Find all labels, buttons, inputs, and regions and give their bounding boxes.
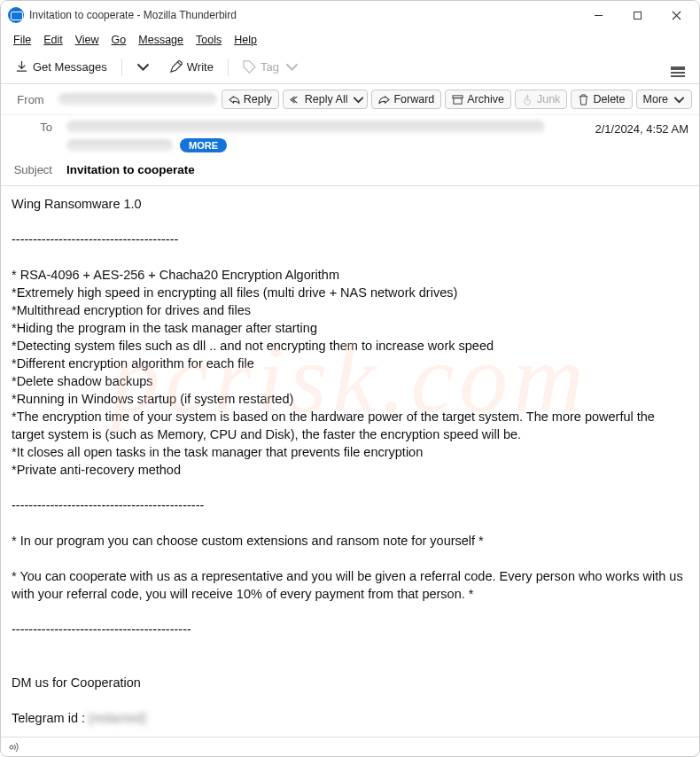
svg-rect-5 bbox=[454, 98, 462, 104]
pencil-icon bbox=[169, 60, 183, 74]
body-paragraph: * You can cooperate with us as a represe… bbox=[12, 569, 687, 601]
menu-help[interactable]: Help bbox=[229, 32, 262, 48]
body-feature: *Private anti-recovery method bbox=[12, 463, 181, 477]
body-feature: *Running in Windows startup (if system r… bbox=[12, 392, 293, 406]
to-addresses[interactable] bbox=[66, 121, 545, 133]
menu-go[interactable]: Go bbox=[106, 32, 132, 48]
archive-icon bbox=[452, 94, 463, 105]
to-label: To bbox=[8, 121, 52, 134]
menu-tools[interactable]: Tools bbox=[191, 32, 227, 48]
body-dm: DM us for Cooperation bbox=[12, 675, 141, 690]
download-icon bbox=[15, 60, 28, 74]
more-label: More bbox=[643, 93, 668, 105]
body-feature: * RSA-4096 + AES-256 + Chacha20 Encrypti… bbox=[12, 268, 339, 282]
reply-icon bbox=[229, 94, 240, 105]
tag-button[interactable]: Tag bbox=[236, 57, 306, 77]
subject-label: Subject bbox=[8, 163, 52, 176]
body-feature: *Delete shadow backups bbox=[12, 374, 153, 388]
body-feature: *Extremely high speed in encrypting all … bbox=[12, 285, 457, 300]
reply-all-button[interactable]: Reply All bbox=[283, 90, 369, 109]
header-from-row: From Reply Reply All Forward Archive bbox=[1, 84, 699, 115]
menu-view[interactable]: View bbox=[70, 32, 105, 48]
from-label: From bbox=[8, 93, 44, 106]
menu-edit[interactable]: Edit bbox=[38, 32, 68, 48]
chevron-down-icon bbox=[136, 60, 150, 74]
get-messages-button[interactable]: Get Messages bbox=[8, 57, 114, 77]
archive-button[interactable]: Archive bbox=[445, 90, 511, 109]
body-separator: ----------------------------------------… bbox=[12, 622, 191, 636]
app-icon bbox=[8, 7, 24, 23]
forward-icon bbox=[378, 94, 390, 105]
statusbar bbox=[1, 737, 699, 756]
app-window: Invitation to cooperate - Mozilla Thunde… bbox=[0, 0, 700, 757]
svg-rect-1 bbox=[634, 12, 641, 19]
from-address[interactable] bbox=[58, 93, 217, 105]
tag-icon bbox=[243, 60, 256, 74]
maximize-button[interactable] bbox=[618, 2, 657, 28]
close-button[interactable] bbox=[657, 2, 696, 28]
hamburger-icon bbox=[671, 66, 685, 68]
menu-file[interactable]: File bbox=[8, 32, 36, 48]
reply-label: Reply bbox=[244, 93, 272, 105]
write-button[interactable]: Write bbox=[162, 57, 221, 77]
body-paragraph: * In our program you can choose custom e… bbox=[12, 534, 484, 548]
body-feature: *Hiding the program in the task manager … bbox=[12, 321, 317, 335]
chevron-down-icon bbox=[285, 60, 299, 74]
chevron-down-icon bbox=[673, 94, 685, 105]
window-controls bbox=[579, 2, 696, 28]
more-button[interactable]: More bbox=[636, 90, 692, 109]
trash-icon bbox=[578, 94, 589, 105]
separator bbox=[228, 59, 229, 76]
body-feature: *The encryption time of your system is b… bbox=[12, 410, 658, 441]
more-recipients-pill[interactable]: MORE bbox=[180, 138, 227, 152]
separator bbox=[121, 59, 122, 76]
delete-button[interactable]: Delete bbox=[571, 90, 632, 109]
reply-button[interactable]: Reply bbox=[222, 90, 279, 109]
telegram-id: [redacted] bbox=[89, 711, 146, 725]
message-actions: Reply Reply All Forward Archive Junk bbox=[222, 90, 692, 109]
body-feature: *It closes all open tasks in the task ma… bbox=[12, 445, 423, 459]
flame-icon bbox=[522, 94, 533, 105]
get-messages-label: Get Messages bbox=[33, 60, 107, 74]
forward-button[interactable]: Forward bbox=[371, 90, 441, 109]
body-feature: *Multithread encryption for drives and f… bbox=[12, 303, 251, 317]
app-menu-button[interactable] bbox=[664, 61, 692, 74]
menubar: File Edit View Go Message Tools Help bbox=[1, 29, 699, 51]
toolbar: Get Messages Write Tag bbox=[1, 51, 699, 84]
tag-label: Tag bbox=[261, 60, 279, 74]
menu-message[interactable]: Message bbox=[133, 32, 189, 48]
body-feature: *Detecting system files such as dll .. a… bbox=[12, 339, 494, 353]
header-to-row: To MORE 2/1/2024, 4:52 AM bbox=[1, 115, 699, 158]
write-label: Write bbox=[187, 60, 214, 74]
reply-all-icon bbox=[290, 94, 301, 105]
archive-label: Archive bbox=[467, 93, 504, 105]
subject-value: Invitation to cooperate bbox=[66, 163, 195, 176]
body-separator: ----------------------------------------… bbox=[12, 498, 204, 512]
minimize-button[interactable] bbox=[579, 2, 618, 28]
body-separator: --------------------------------------- bbox=[12, 232, 178, 246]
junk-label: Junk bbox=[537, 93, 560, 105]
svg-point-6 bbox=[10, 745, 13, 749]
body-title: Wing Ransomware 1.0 bbox=[12, 197, 142, 211]
message-date: 2/1/2024, 4:52 AM bbox=[595, 121, 688, 136]
chevron-down-icon[interactable] bbox=[353, 94, 364, 105]
reply-all-label: Reply All bbox=[305, 93, 348, 105]
online-status-icon[interactable] bbox=[8, 741, 20, 753]
message-body[interactable]: Wing Ransomware 1.0 --------------------… bbox=[1, 186, 699, 737]
telegram-label: Telegram id : bbox=[12, 711, 89, 725]
header-subject-row: Subject Invitation to cooperate bbox=[1, 158, 699, 186]
body-feature: *Different encryption algorithm for each… bbox=[12, 356, 254, 371]
forward-label: Forward bbox=[393, 93, 434, 105]
window-title: Invitation to cooperate - Mozilla Thunde… bbox=[29, 9, 579, 21]
delete-label: Delete bbox=[593, 93, 625, 105]
titlebar: Invitation to cooperate - Mozilla Thunde… bbox=[1, 1, 699, 29]
get-messages-dropdown[interactable] bbox=[129, 57, 157, 77]
junk-button[interactable]: Junk bbox=[515, 90, 567, 109]
to-addresses-2[interactable] bbox=[66, 139, 173, 152]
